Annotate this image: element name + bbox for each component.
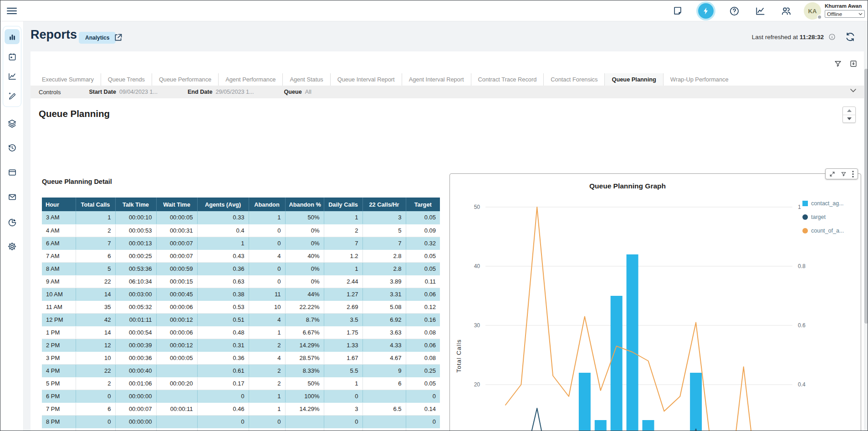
- legend-item-contact-ag[interactable]: contact_ag...: [802, 200, 844, 207]
- table-cell: 2: [249, 377, 285, 390]
- col-header-talk-time[interactable]: Talk Time: [115, 198, 156, 211]
- table-cell: 1: [324, 262, 363, 275]
- sidebar-item-window[interactable]: [0, 165, 24, 180]
- table-cell: 6.5: [363, 402, 406, 415]
- stepper-down-button[interactable]: [843, 115, 855, 123]
- table-cell: 00:00:54: [115, 326, 156, 339]
- controls-collapse-chevron[interactable]: [850, 88, 857, 93]
- bar-10-am[interactable]: [595, 420, 607, 431]
- filter-start-date[interactable]: Start Date09/04/2023 1...: [89, 89, 158, 95]
- chart-legend: contact_ag...targetcount_of_a...: [802, 200, 844, 234]
- tab-bar: Executive SummaryQueue TrendsQueue Perfo…: [31, 73, 864, 86]
- last-refreshed-label: Last refreshed at: [752, 34, 798, 41]
- line-count-of-a[interactable]: [505, 207, 775, 431]
- table-cell: 22: [76, 364, 115, 377]
- col-header-target[interactable]: Target: [406, 198, 440, 211]
- col-header-hour[interactable]: Hour: [42, 198, 76, 211]
- col-header-abandon[interactable]: Abandon %: [285, 198, 324, 211]
- lightning-icon[interactable]: [698, 3, 714, 19]
- col-header-22-calls-hr[interactable]: 22 Calls/Hr: [363, 198, 406, 211]
- chart-filter-icon[interactable]: [841, 171, 847, 177]
- table-cell: 0.61: [197, 364, 249, 377]
- col-header-abandon[interactable]: Abandon: [249, 198, 285, 211]
- tab-queue-planning[interactable]: Queue Planning: [604, 73, 663, 86]
- table-cell: 33.33%: [285, 428, 324, 431]
- bar-12-pm[interactable]: [627, 254, 638, 431]
- avatar[interactable]: KA: [804, 2, 821, 20]
- line-target[interactable]: [505, 408, 775, 431]
- table-cell: 00:00:53: [115, 224, 156, 237]
- sidebar-item-line-chart[interactable]: [0, 69, 24, 84]
- table-cell: 1.67: [324, 351, 363, 364]
- table-cell: 9 AM: [42, 275, 76, 288]
- download-icon[interactable]: [849, 60, 858, 68]
- bar-9-am[interactable]: [579, 373, 591, 431]
- table-cell: 10: [363, 428, 406, 431]
- col-header-agents-avg[interactable]: Agents (Avg): [197, 198, 249, 211]
- help-icon[interactable]: [729, 5, 740, 16]
- trend-chart-icon[interactable]: [755, 5, 766, 16]
- maximize-icon[interactable]: [829, 171, 835, 177]
- legend-item-target[interactable]: target: [802, 214, 844, 220]
- table-cell: 2.44: [324, 275, 363, 288]
- external-link-icon[interactable]: [113, 33, 123, 42]
- tab-executive-summary[interactable]: Executive Summary: [35, 73, 101, 86]
- tab-agent-interval-report[interactable]: Agent Interval Report: [402, 73, 471, 86]
- table-cell: 00:00:07: [115, 402, 156, 415]
- bar-11-am[interactable]: [611, 296, 623, 431]
- legend-item-count-of-a[interactable]: count_of_a...: [802, 228, 844, 234]
- tab-queue-performance[interactable]: Queue Performance: [152, 73, 218, 86]
- table-cell: 8 AM: [42, 262, 76, 275]
- bar-4-pm[interactable]: [690, 373, 702, 431]
- users-icon[interactable]: [781, 5, 791, 16]
- layers-icon: [7, 119, 17, 128]
- table-cell: 0: [197, 390, 249, 402]
- table-cell: 12 PM: [42, 313, 76, 326]
- pie-chart-icon: [7, 218, 17, 227]
- info-icon[interactable]: [828, 33, 836, 41]
- col-header-total-calls[interactable]: Total Calls: [76, 198, 115, 211]
- status-select[interactable]: Offline: [825, 10, 865, 18]
- filter-label: End Date: [188, 89, 213, 95]
- col-header-wait-time[interactable]: Wait Time: [156, 198, 197, 211]
- controls-bar: Controls Start Date09/04/2023 1...End Da…: [31, 86, 864, 98]
- filter-end-date[interactable]: End Date29/05/2023 1...: [188, 89, 254, 95]
- sidebar-item-pie-chart[interactable]: [0, 215, 24, 229]
- filter-queue[interactable]: QueueAll: [284, 89, 311, 95]
- vertical-scrollbar[interactable]: [864, 21, 868, 431]
- sidebar-item-layers[interactable]: [0, 116, 24, 131]
- table-row-12-pm: 12 PM4200:01:1100:00:120.5148.7%3.56.920…: [42, 313, 440, 326]
- col-header-daily-calls[interactable]: Daily Calls: [324, 198, 363, 211]
- table-cell: 5.08: [363, 300, 406, 313]
- table-cell: 50%: [285, 377, 324, 390]
- table-cell: 00:00:25: [115, 249, 156, 262]
- table-cell: 44%: [285, 288, 324, 300]
- bar-1-pm[interactable]: [642, 420, 654, 431]
- table-cell: 0.06: [406, 339, 440, 351]
- table-cell: 3 AM: [42, 211, 76, 224]
- vertical-scrollbar-thumb[interactable]: [864, 69, 868, 324]
- hamburger-menu-icon[interactable]: [6, 5, 18, 16]
- sidebar-item-mail[interactable]: [0, 190, 24, 204]
- sidebar-item-design[interactable]: [0, 88, 24, 103]
- tab-queue-interval-report[interactable]: Queue Interval Report: [330, 73, 402, 86]
- tab-wrap-up-performance[interactable]: Wrap-Up Performance: [664, 73, 735, 86]
- tab-contact-forensics[interactable]: Contact Forensics: [543, 73, 604, 86]
- filter-value: All: [305, 89, 311, 95]
- table-cell: 1: [76, 211, 115, 224]
- settings-gear-icon: [7, 242, 17, 251]
- sticky-note-icon[interactable]: [672, 5, 683, 16]
- table-cell: 50%: [285, 211, 324, 224]
- sidebar-item-settings[interactable]: [0, 239, 24, 254]
- refresh-icon[interactable]: [845, 31, 856, 42]
- stepper-up-button[interactable]: [843, 107, 855, 115]
- tab-agent-status[interactable]: Agent Status: [282, 73, 330, 86]
- sidebar-item-bar-chart[interactable]: [5, 29, 20, 44]
- sidebar-item-calendar[interactable]: [0, 50, 24, 64]
- tab-agent-performance[interactable]: Agent Performance: [218, 73, 282, 86]
- tab-contract-trace-record[interactable]: Contract Trace Record: [471, 73, 544, 86]
- kebab-menu-icon[interactable]: [852, 171, 854, 177]
- filter-icon[interactable]: [834, 60, 842, 68]
- tab-queue-trends[interactable]: Queue Trends: [101, 73, 152, 86]
- sidebar-item-history[interactable]: [0, 140, 24, 155]
